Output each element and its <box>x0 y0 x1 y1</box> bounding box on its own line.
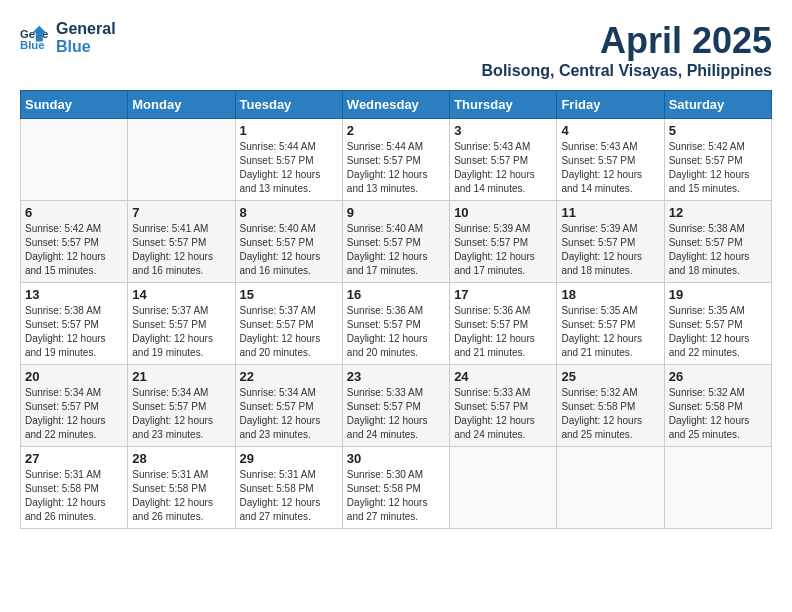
calendar-table: SundayMondayTuesdayWednesdayThursdayFrid… <box>20 90 772 529</box>
calendar-cell: 6Sunrise: 5:42 AMSunset: 5:57 PMDaylight… <box>21 201 128 283</box>
day-info: Sunrise: 5:43 AMSunset: 5:57 PMDaylight:… <box>454 140 552 196</box>
day-number: 28 <box>132 451 230 466</box>
day-number: 22 <box>240 369 338 384</box>
day-number: 20 <box>25 369 123 384</box>
day-info: Sunrise: 5:35 AMSunset: 5:57 PMDaylight:… <box>561 304 659 360</box>
day-info: Sunrise: 5:41 AMSunset: 5:57 PMDaylight:… <box>132 222 230 278</box>
day-info: Sunrise: 5:37 AMSunset: 5:57 PMDaylight:… <box>240 304 338 360</box>
day-number: 1 <box>240 123 338 138</box>
day-number: 24 <box>454 369 552 384</box>
day-number: 7 <box>132 205 230 220</box>
logo-blue: Blue <box>56 38 116 56</box>
day-info: Sunrise: 5:37 AMSunset: 5:57 PMDaylight:… <box>132 304 230 360</box>
calendar-week-row: 20Sunrise: 5:34 AMSunset: 5:57 PMDayligh… <box>21 365 772 447</box>
day-number: 11 <box>561 205 659 220</box>
calendar-cell: 4Sunrise: 5:43 AMSunset: 5:57 PMDaylight… <box>557 119 664 201</box>
day-info: Sunrise: 5:36 AMSunset: 5:57 PMDaylight:… <box>454 304 552 360</box>
day-number: 8 <box>240 205 338 220</box>
day-info: Sunrise: 5:35 AMSunset: 5:57 PMDaylight:… <box>669 304 767 360</box>
calendar-cell: 22Sunrise: 5:34 AMSunset: 5:57 PMDayligh… <box>235 365 342 447</box>
calendar-cell: 12Sunrise: 5:38 AMSunset: 5:57 PMDayligh… <box>664 201 771 283</box>
day-number: 18 <box>561 287 659 302</box>
day-number: 15 <box>240 287 338 302</box>
calendar-cell: 15Sunrise: 5:37 AMSunset: 5:57 PMDayligh… <box>235 283 342 365</box>
day-info: Sunrise: 5:43 AMSunset: 5:57 PMDaylight:… <box>561 140 659 196</box>
calendar-cell: 20Sunrise: 5:34 AMSunset: 5:57 PMDayligh… <box>21 365 128 447</box>
calendar-cell: 26Sunrise: 5:32 AMSunset: 5:58 PMDayligh… <box>664 365 771 447</box>
weekday-header: Thursday <box>450 91 557 119</box>
calendar-cell: 25Sunrise: 5:32 AMSunset: 5:58 PMDayligh… <box>557 365 664 447</box>
day-info: Sunrise: 5:32 AMSunset: 5:58 PMDaylight:… <box>669 386 767 442</box>
day-info: Sunrise: 5:44 AMSunset: 5:57 PMDaylight:… <box>347 140 445 196</box>
calendar-cell: 29Sunrise: 5:31 AMSunset: 5:58 PMDayligh… <box>235 447 342 529</box>
day-info: Sunrise: 5:39 AMSunset: 5:57 PMDaylight:… <box>454 222 552 278</box>
calendar-cell: 7Sunrise: 5:41 AMSunset: 5:57 PMDaylight… <box>128 201 235 283</box>
calendar-cell: 28Sunrise: 5:31 AMSunset: 5:58 PMDayligh… <box>128 447 235 529</box>
day-info: Sunrise: 5:38 AMSunset: 5:57 PMDaylight:… <box>25 304 123 360</box>
day-number: 12 <box>669 205 767 220</box>
calendar-week-row: 1Sunrise: 5:44 AMSunset: 5:57 PMDaylight… <box>21 119 772 201</box>
day-number: 9 <box>347 205 445 220</box>
day-info: Sunrise: 5:33 AMSunset: 5:57 PMDaylight:… <box>454 386 552 442</box>
calendar-cell: 24Sunrise: 5:33 AMSunset: 5:57 PMDayligh… <box>450 365 557 447</box>
calendar-week-row: 27Sunrise: 5:31 AMSunset: 5:58 PMDayligh… <box>21 447 772 529</box>
calendar-cell: 21Sunrise: 5:34 AMSunset: 5:57 PMDayligh… <box>128 365 235 447</box>
calendar-cell <box>450 447 557 529</box>
day-number: 5 <box>669 123 767 138</box>
calendar-cell <box>21 119 128 201</box>
day-number: 29 <box>240 451 338 466</box>
svg-text:General: General <box>20 28 48 40</box>
page-header: General Blue General Blue April 2025 Bol… <box>20 20 772 80</box>
calendar-cell: 1Sunrise: 5:44 AMSunset: 5:57 PMDaylight… <box>235 119 342 201</box>
calendar-cell: 5Sunrise: 5:42 AMSunset: 5:57 PMDaylight… <box>664 119 771 201</box>
calendar-week-row: 13Sunrise: 5:38 AMSunset: 5:57 PMDayligh… <box>21 283 772 365</box>
calendar-cell: 19Sunrise: 5:35 AMSunset: 5:57 PMDayligh… <box>664 283 771 365</box>
title-block: April 2025 Bolisong, Central Visayas, Ph… <box>482 20 772 80</box>
calendar-week-row: 6Sunrise: 5:42 AMSunset: 5:57 PMDaylight… <box>21 201 772 283</box>
day-number: 19 <box>669 287 767 302</box>
weekday-header: Monday <box>128 91 235 119</box>
day-number: 4 <box>561 123 659 138</box>
calendar-cell <box>128 119 235 201</box>
day-number: 10 <box>454 205 552 220</box>
day-info: Sunrise: 5:34 AMSunset: 5:57 PMDaylight:… <box>132 386 230 442</box>
weekday-header: Friday <box>557 91 664 119</box>
calendar-cell: 14Sunrise: 5:37 AMSunset: 5:57 PMDayligh… <box>128 283 235 365</box>
calendar-header-row: SundayMondayTuesdayWednesdayThursdayFrid… <box>21 91 772 119</box>
weekday-header: Tuesday <box>235 91 342 119</box>
logo-general: General <box>56 20 116 38</box>
calendar-cell: 16Sunrise: 5:36 AMSunset: 5:57 PMDayligh… <box>342 283 449 365</box>
calendar-cell <box>557 447 664 529</box>
day-number: 6 <box>25 205 123 220</box>
weekday-header: Sunday <box>21 91 128 119</box>
day-info: Sunrise: 5:39 AMSunset: 5:57 PMDaylight:… <box>561 222 659 278</box>
day-number: 14 <box>132 287 230 302</box>
calendar-cell <box>664 447 771 529</box>
day-number: 2 <box>347 123 445 138</box>
day-info: Sunrise: 5:36 AMSunset: 5:57 PMDaylight:… <box>347 304 445 360</box>
logo: General Blue General Blue <box>20 20 116 57</box>
day-info: Sunrise: 5:44 AMSunset: 5:57 PMDaylight:… <box>240 140 338 196</box>
logo-icon: General Blue <box>20 24 48 52</box>
day-info: Sunrise: 5:38 AMSunset: 5:57 PMDaylight:… <box>669 222 767 278</box>
day-info: Sunrise: 5:33 AMSunset: 5:57 PMDaylight:… <box>347 386 445 442</box>
day-number: 27 <box>25 451 123 466</box>
day-info: Sunrise: 5:42 AMSunset: 5:57 PMDaylight:… <box>25 222 123 278</box>
day-info: Sunrise: 5:42 AMSunset: 5:57 PMDaylight:… <box>669 140 767 196</box>
calendar-cell: 10Sunrise: 5:39 AMSunset: 5:57 PMDayligh… <box>450 201 557 283</box>
day-info: Sunrise: 5:30 AMSunset: 5:58 PMDaylight:… <box>347 468 445 524</box>
day-info: Sunrise: 5:31 AMSunset: 5:58 PMDaylight:… <box>25 468 123 524</box>
day-info: Sunrise: 5:32 AMSunset: 5:58 PMDaylight:… <box>561 386 659 442</box>
day-info: Sunrise: 5:34 AMSunset: 5:57 PMDaylight:… <box>240 386 338 442</box>
calendar-cell: 9Sunrise: 5:40 AMSunset: 5:57 PMDaylight… <box>342 201 449 283</box>
calendar-cell: 18Sunrise: 5:35 AMSunset: 5:57 PMDayligh… <box>557 283 664 365</box>
month-title: April 2025 <box>482 20 772 62</box>
day-number: 16 <box>347 287 445 302</box>
day-number: 13 <box>25 287 123 302</box>
weekday-header: Wednesday <box>342 91 449 119</box>
weekday-header: Saturday <box>664 91 771 119</box>
location-title: Bolisong, Central Visayas, Philippines <box>482 62 772 80</box>
calendar-cell: 27Sunrise: 5:31 AMSunset: 5:58 PMDayligh… <box>21 447 128 529</box>
day-info: Sunrise: 5:40 AMSunset: 5:57 PMDaylight:… <box>347 222 445 278</box>
day-number: 30 <box>347 451 445 466</box>
